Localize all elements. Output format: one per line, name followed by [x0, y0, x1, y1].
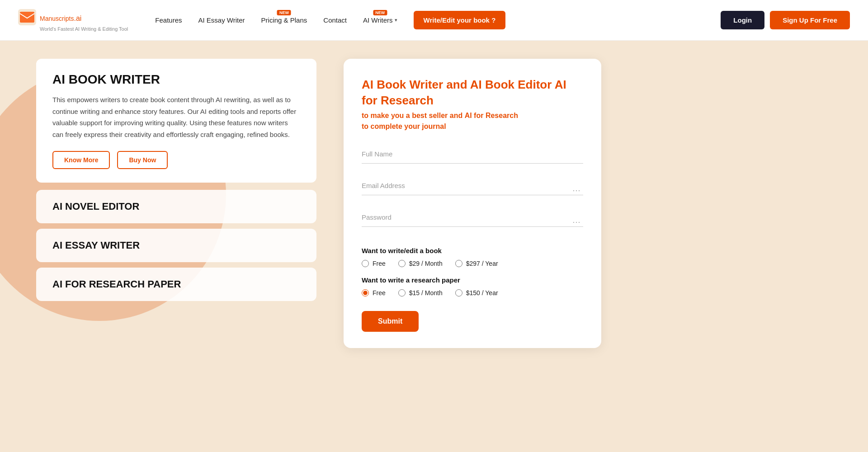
ai-novel-editor-title: AI NOVEL EDITOR: [52, 201, 300, 212]
ai-novel-editor-card[interactable]: AI NOVEL EDITOR: [36, 190, 316, 223]
research-free-label: Free: [373, 289, 386, 297]
form-title: AI Book Writer and AI Book Editor AI for…: [362, 77, 583, 108]
book-year-label: $297 / Year: [466, 260, 498, 267]
ai-book-writer-card: AI BOOK WRITER This empowers writers to …: [36, 59, 316, 183]
research-options-label: Want to write a research paper: [362, 276, 583, 284]
left-panel: AI BOOK WRITER This empowers writers to …: [36, 59, 316, 306]
pricing-badge: NEW: [277, 10, 291, 15]
book-options-label: Want to write/edit a book: [362, 247, 583, 254]
book-free-radio[interactable]: [362, 260, 369, 267]
svg-rect-2: [20, 12, 34, 23]
email-input[interactable]: [362, 176, 583, 195]
research-free-radio[interactable]: [362, 289, 369, 297]
book-month-label: $29 / Month: [409, 260, 443, 267]
book-month-radio[interactable]: [398, 260, 406, 267]
nav-ai-essay-writer[interactable]: AI Essay Writer: [198, 16, 245, 24]
research-year-radio[interactable]: [455, 289, 462, 297]
logo-area: Manuscripts.ai World's Fastest AI Writin…: [18, 9, 128, 32]
ai-research-paper-card[interactable]: AI FOR RESEARCH PAPER: [36, 268, 316, 301]
card-buttons: Know More Buy Now: [52, 151, 300, 169]
research-month-option[interactable]: $15 / Month: [398, 289, 443, 297]
header-auth: Login Sign Up For Free: [721, 11, 850, 29]
form-subtitle: to make you a best seller and AI for Res…: [362, 110, 583, 132]
submit-button[interactable]: Submit: [362, 311, 419, 332]
full-name-input[interactable]: [362, 145, 583, 164]
signup-form-panel: AI Book Writer and AI Book Editor AI for…: [344, 59, 601, 348]
research-radio-group: Free $15 / Month $150 / Year: [362, 289, 583, 297]
know-more-button[interactable]: Know More: [52, 151, 110, 169]
chevron-down-icon: ▾: [395, 17, 397, 23]
nav-ai-writers[interactable]: NEW AI Writers ▾: [363, 16, 397, 24]
research-free-option[interactable]: Free: [362, 289, 386, 297]
research-options-section: Want to write a research paper Free $15 …: [362, 276, 583, 297]
main-nav: Features AI Essay Writer NEW Pricing & P…: [155, 11, 703, 29]
nav-contact[interactable]: Contact: [323, 16, 347, 24]
research-month-radio[interactable]: [398, 289, 406, 297]
header: Manuscripts.ai World's Fastest AI Writin…: [0, 0, 868, 41]
book-free-option[interactable]: Free: [362, 260, 386, 267]
buy-now-button[interactable]: Buy Now: [117, 151, 168, 169]
logo-name: Manuscripts.ai: [40, 10, 81, 24]
nav-features[interactable]: Features: [155, 16, 182, 24]
research-month-label: $15 / Month: [409, 289, 443, 297]
main-content: AI BOOK WRITER This empowers writers to …: [0, 41, 868, 452]
email-dots-icon: ⋯: [572, 185, 581, 195]
write-edit-button[interactable]: Write/Edit your book ?: [414, 11, 506, 29]
ai-writers-badge: NEW: [373, 10, 387, 15]
research-year-option[interactable]: $150 / Year: [455, 289, 498, 297]
login-button[interactable]: Login: [721, 11, 764, 29]
book-free-label: Free: [373, 260, 386, 267]
ai-book-writer-body: This empowers writers to create book con…: [52, 94, 300, 140]
book-year-radio[interactable]: [455, 260, 462, 267]
logo-icon: [18, 9, 36, 25]
password-input[interactable]: [362, 208, 583, 227]
book-options-section: Want to write/edit a book Free $29 / Mon…: [362, 247, 583, 267]
ai-book-writer-title: AI BOOK WRITER: [52, 72, 300, 87]
ai-essay-writer-title: AI ESSAY WRITER: [52, 240, 300, 251]
book-year-option[interactable]: $297 / Year: [455, 260, 498, 267]
email-field-wrapper: ⋯: [362, 176, 583, 204]
full-name-field-wrapper: [362, 145, 583, 173]
nav-pricing-plans[interactable]: NEW Pricing & Plans: [261, 16, 307, 24]
ai-essay-writer-card[interactable]: AI ESSAY WRITER: [36, 229, 316, 262]
password-field-wrapper: ⋯: [362, 208, 583, 236]
logo-tagline: World's Fastest AI Writing & Editing Too…: [40, 26, 128, 32]
research-year-label: $150 / Year: [466, 289, 498, 297]
signup-button[interactable]: Sign Up For Free: [770, 11, 850, 29]
book-radio-group: Free $29 / Month $297 / Year: [362, 260, 583, 267]
password-dots-icon: ⋯: [572, 217, 581, 227]
ai-research-paper-title: AI FOR RESEARCH PAPER: [52, 278, 300, 290]
book-month-option[interactable]: $29 / Month: [398, 260, 443, 267]
